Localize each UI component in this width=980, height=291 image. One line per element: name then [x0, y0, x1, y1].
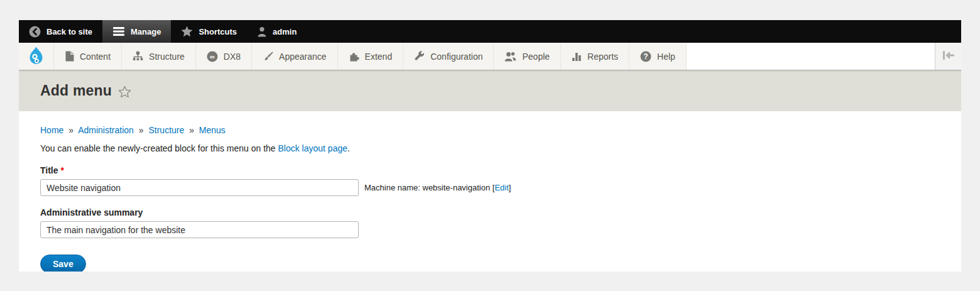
- back-to-site-button[interactable]: Back to site: [19, 20, 102, 43]
- tab-appearance-label: Appearance: [279, 52, 327, 62]
- summary-field-row: [40, 221, 940, 238]
- toolbar-spacer: [687, 43, 935, 70]
- back-icon: [29, 26, 41, 38]
- admin-user-label: admin: [273, 27, 297, 36]
- manage-label: Manage: [131, 27, 161, 36]
- tab-configuration-label: Configuration: [430, 52, 482, 62]
- tab-reports-label: Reports: [587, 52, 618, 62]
- manage-tab[interactable]: Manage: [102, 20, 171, 43]
- breadcrumb-separator: »: [68, 125, 74, 135]
- paintbrush-icon: [263, 51, 273, 62]
- title-field-row: Machine name: website-navigation [Edit]: [40, 179, 940, 196]
- hamburger-icon: [112, 26, 125, 36]
- tab-dx8[interactable]: ∞ DX8: [196, 43, 252, 70]
- tab-content[interactable]: Content: [54, 43, 122, 70]
- admin-top-bar: Back to site Manage Shortcuts: [19, 20, 961, 43]
- shortcuts-tab[interactable]: Shortcuts: [171, 20, 247, 43]
- drupal-logo-icon: [26, 46, 46, 67]
- status-message-text: You can enable the newly-created block f…: [40, 143, 278, 153]
- tab-extend-label: Extend: [365, 52, 393, 62]
- sitemap-icon: [133, 51, 143, 62]
- breadcrumb: Home » Administration » Structure » Menu…: [40, 125, 940, 135]
- star-icon: [181, 26, 193, 37]
- tab-people-label: People: [522, 52, 550, 62]
- shortcuts-label: Shortcuts: [199, 27, 237, 36]
- tab-content-label: Content: [80, 52, 111, 62]
- title-field-label: Title: [40, 165, 58, 175]
- main-content: Home » Administration » Structure » Menu…: [19, 111, 961, 272]
- admin-toolbar: Content Structure: [19, 43, 961, 70]
- breadcrumb-separator: »: [189, 125, 194, 135]
- tab-appearance[interactable]: Appearance: [252, 43, 338, 70]
- tab-extend[interactable]: Extend: [338, 43, 404, 70]
- file-icon: [65, 51, 74, 62]
- summary-field-label: Administrative summary: [40, 207, 940, 217]
- toolbar-tabs: Content Structure: [19, 43, 687, 70]
- dx8-icon: ∞: [207, 51, 218, 62]
- svg-text:?: ?: [643, 52, 648, 61]
- page-title: Add menu: [40, 82, 112, 99]
- breadcrumb-link-administration[interactable]: Administration: [78, 125, 134, 135]
- tab-configuration[interactable]: Configuration: [403, 43, 494, 70]
- machine-name-edit-link[interactable]: Edit: [494, 183, 508, 192]
- administrative-summary-input[interactable]: [40, 221, 359, 238]
- puzzle-icon: [349, 51, 359, 62]
- people-icon: [504, 52, 516, 62]
- machine-name-bracket-close: ]: [509, 183, 511, 192]
- admin-user-tab[interactable]: admin: [247, 20, 307, 43]
- drupal-home-button[interactable]: [19, 43, 54, 70]
- wrench-icon: [414, 51, 425, 62]
- breadcrumb-link-menus[interactable]: Menus: [199, 125, 226, 135]
- title-input[interactable]: [40, 179, 359, 196]
- status-message: You can enable the newly-created block f…: [40, 143, 940, 153]
- block-layout-page-link[interactable]: Block layout page: [278, 143, 348, 153]
- title-field-label-row: Title*: [40, 165, 940, 175]
- favorite-star-icon[interactable]: [118, 85, 131, 98]
- toolbar-orientation-toggle[interactable]: [935, 43, 961, 70]
- tab-reports[interactable]: Reports: [561, 43, 629, 70]
- tab-help[interactable]: ? Help: [629, 43, 687, 70]
- tab-people[interactable]: People: [494, 43, 561, 70]
- question-icon: ?: [640, 51, 651, 62]
- collapse-left-icon: [942, 50, 956, 63]
- save-button[interactable]: Save: [40, 255, 86, 272]
- breadcrumb-link-structure[interactable]: Structure: [148, 125, 184, 135]
- svg-text:∞: ∞: [210, 52, 215, 60]
- machine-name-text: Machine name: website-navigation: [364, 183, 493, 192]
- required-marker: *: [61, 165, 64, 175]
- tab-structure[interactable]: Structure: [122, 43, 196, 70]
- machine-name: Machine name: website-navigation [Edit]: [364, 183, 511, 192]
- tab-structure-label: Structure: [149, 52, 185, 62]
- tab-dx8-label: DX8: [224, 52, 241, 62]
- tab-help-label: Help: [657, 52, 675, 62]
- back-to-site-label: Back to site: [46, 27, 92, 36]
- breadcrumb-separator: »: [139, 125, 144, 135]
- status-message-period: .: [347, 143, 350, 153]
- breadcrumb-link-home[interactable]: Home: [40, 125, 63, 135]
- bar-chart-icon: [572, 52, 582, 62]
- admin-window: Back to site Manage Shortcuts: [19, 20, 961, 272]
- page-title-bar: Add menu: [19, 70, 961, 111]
- user-icon: [257, 26, 267, 37]
